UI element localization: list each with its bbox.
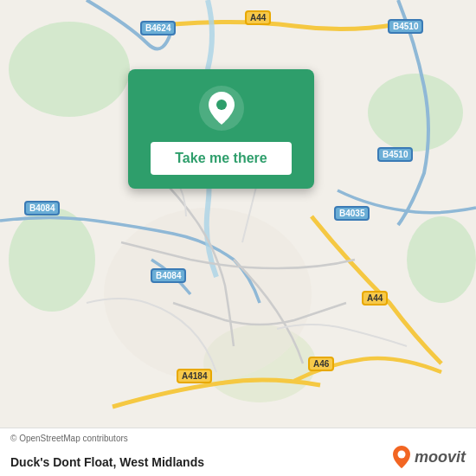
road-badge-b4510-top: B4510: [388, 19, 423, 34]
location-pin-icon: [198, 85, 245, 132]
bottom-bar: © OpenStreetMap contributors Duck's Dont…: [0, 428, 476, 476]
map-container: B4624 A44 B4510 B4510 B4084 B4084 B4035 …: [0, 0, 476, 428]
road-badge-a44-top: A44: [245, 10, 271, 25]
moovit-label: moovit: [415, 448, 466, 466]
svg-point-0: [9, 22, 130, 117]
road-badge-a46: A46: [308, 357, 334, 371]
location-label: Duck's Dont Float, West Midlands: [10, 455, 204, 469]
road-badge-b4624: B4624: [140, 21, 176, 35]
road-badge-a44-lower: A44: [362, 291, 388, 306]
svg-point-7: [216, 100, 227, 110]
svg-point-2: [9, 208, 95, 312]
svg-point-3: [407, 216, 476, 303]
road-badge-b4084-left: B4084: [24, 201, 60, 215]
road-badge-b4084-lower: B4084: [151, 268, 186, 283]
moovit-pin-icon: [392, 445, 411, 469]
road-badge-a4184: A4184: [177, 369, 212, 383]
moovit-logo: moovit: [392, 445, 466, 469]
road-badge-b4510-mid: B4510: [377, 147, 413, 162]
location-card: Take me there: [128, 69, 314, 189]
road-badge-b4035: B4035: [334, 206, 370, 221]
attribution-text: © OpenStreetMap contributors: [10, 434, 128, 443]
map-roads-svg: [0, 0, 476, 428]
svg-point-1: [368, 74, 463, 151]
take-me-there-button[interactable]: Take me there: [151, 142, 291, 175]
svg-point-8: [397, 451, 405, 459]
